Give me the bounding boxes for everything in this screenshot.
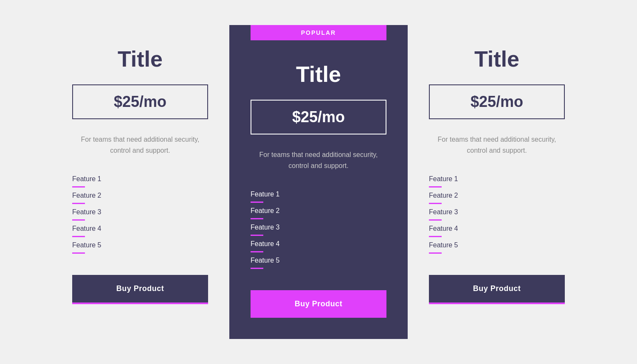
- description: For teams that need additional security,…: [72, 134, 208, 156]
- description: For teams that need additional security,…: [251, 149, 386, 171]
- feature-divider: [429, 252, 442, 254]
- features-list: Feature 1 Feature 2 Feature 3 Feature 4 …: [251, 186, 386, 269]
- pricing-card-0: Title $25/mo For teams that need additio…: [51, 25, 229, 319]
- description: For teams that need additional security,…: [429, 134, 565, 156]
- feature-item: Feature 5: [251, 252, 386, 269]
- card-title: Title: [296, 62, 341, 87]
- feature-item: Feature 2: [251, 203, 386, 219]
- feature-item: Feature 1: [429, 171, 565, 188]
- feature-item: Feature 4: [429, 221, 565, 237]
- feature-item: Feature 3: [429, 204, 565, 221]
- feature-item: Feature 2: [429, 188, 565, 204]
- pricing-container: Title $25/mo For teams that need additio…: [0, 8, 637, 356]
- feature-item: Feature 3: [72, 204, 208, 221]
- price-box: $25/mo: [251, 100, 386, 134]
- features-list: Feature 1 Feature 2 Feature 3 Feature 4 …: [429, 171, 565, 254]
- feature-item: Feature 2: [72, 188, 208, 204]
- price-text: $25/mo: [471, 93, 523, 110]
- feature-item: Feature 5: [72, 237, 208, 254]
- features-list: Feature 1 Feature 2 Feature 3 Feature 4 …: [72, 171, 208, 254]
- card-title: Title: [474, 46, 519, 72]
- card-title: Title: [118, 46, 163, 72]
- buy-product-button[interactable]: Buy Product: [429, 275, 565, 302]
- feature-item: Feature 1: [72, 171, 208, 188]
- price-box: $25/mo: [429, 84, 565, 119]
- pricing-card-1: POPULARTitle $25/mo For teams that need …: [229, 25, 408, 339]
- feature-item: Feature 1: [251, 186, 386, 203]
- feature-item: Feature 4: [72, 221, 208, 237]
- pricing-card-2: Title $25/mo For teams that need additio…: [408, 25, 586, 319]
- feature-item: Feature 3: [251, 219, 386, 236]
- buy-product-button[interactable]: Buy Product: [72, 275, 208, 302]
- feature-item: Feature 4: [251, 236, 386, 252]
- feature-divider: [72, 252, 85, 254]
- feature-divider: [251, 268, 263, 269]
- feature-item: Feature 5: [429, 237, 565, 254]
- price-box: $25/mo: [72, 84, 208, 119]
- popular-badge: POPULAR: [251, 25, 386, 40]
- price-text: $25/mo: [292, 108, 345, 126]
- buy-product-button[interactable]: Buy Product: [251, 290, 386, 318]
- price-text: $25/mo: [114, 93, 166, 110]
